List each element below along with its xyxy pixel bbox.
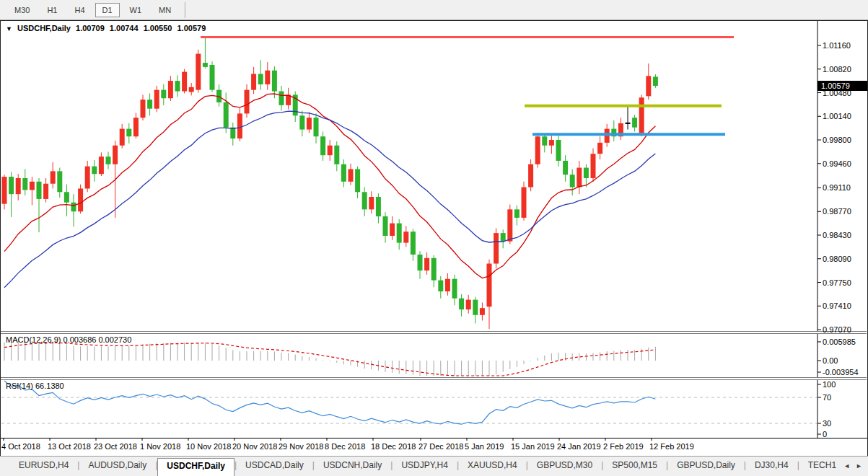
rsi-tick-label: 30: [823, 419, 831, 428]
tab-audusd-daily[interactable]: AUDUSD,Daily: [79, 457, 155, 476]
chart-canvas[interactable]: [0, 0, 868, 476]
candle-body: [452, 279, 457, 299]
candle-body: [71, 203, 76, 212]
candle-body: [403, 232, 408, 242]
candle-body: [251, 74, 256, 89]
candle-body: [320, 136, 325, 155]
price-tick-label: 0.98090: [823, 255, 851, 263]
candle-body: [37, 182, 42, 199]
candle-body: [369, 197, 374, 209]
candle-body: [147, 100, 152, 109]
candle-body: [51, 171, 56, 183]
candle-body: [473, 300, 478, 315]
candle-body: [175, 81, 180, 91]
macd-signal-value: 0.002730: [98, 335, 131, 344]
candle-body: [64, 192, 69, 202]
candle-body: [390, 224, 395, 236]
high-value: 1.00744: [110, 24, 139, 32]
candle-body: [542, 136, 547, 146]
price-tick-label: 0.97410: [823, 301, 851, 310]
tab-usdchf-daily[interactable]: USDCHF,Daily: [157, 458, 234, 476]
date-tick-label: 10 Nov 2018: [186, 442, 231, 451]
macd-tick-label: -0.003954: [823, 368, 859, 376]
candle-body: [224, 102, 229, 128]
candle-body: [245, 90, 250, 114]
candle-body: [30, 182, 35, 190]
candle-body: [299, 115, 304, 129]
candle-body: [639, 97, 644, 133]
price-tick-label: 1.01160: [823, 41, 851, 50]
scroll-left-icon[interactable]: ◄: [843, 462, 850, 470]
candle-body: [334, 146, 339, 164]
candle-body: [265, 71, 270, 84]
candle-body: [141, 100, 146, 118]
open-value: 1.00709: [76, 24, 105, 32]
candle-body: [154, 90, 159, 109]
rsi-tick-label: 0: [823, 430, 827, 438]
macd-value: 0.003686: [63, 335, 96, 344]
candle-body: [376, 197, 381, 216]
candle-body: [348, 169, 354, 181]
candle-body: [418, 255, 423, 270]
tab-gbpusd-daily[interactable]: GBPUSD,Daily: [668, 457, 744, 476]
collapse-chart-icon[interactable]: ▼: [6, 25, 12, 32]
tab-usdjpy-h4[interactable]: USDJPY,H4: [393, 457, 456, 476]
date-tick-label: 12 Feb 2019: [649, 442, 694, 451]
candle-body: [189, 87, 194, 92]
chart-tabs-bar: EURUSD,H4|AUDUSD,Daily|USDCHF,Daily|USDC…: [0, 456, 868, 476]
date-tick-label: 1 Nov 2018: [140, 442, 180, 451]
candle-body: [570, 175, 575, 187]
candle-body: [397, 224, 402, 243]
scroll-right-icon[interactable]: ►: [856, 462, 862, 470]
date-tick-label: 18 Dec 2018: [371, 442, 416, 451]
candle-body: [258, 74, 263, 84]
price-tick-label: 0.99110: [823, 183, 851, 192]
rsi-panel-splitter[interactable]: [1, 377, 867, 380]
tab-gbpusd-m30[interactable]: GBPUSD,M30: [528, 457, 601, 476]
price-tick-label: 1.00820: [823, 65, 851, 74]
candle-body: [577, 168, 582, 188]
candle-body: [92, 167, 97, 175]
candle-body: [501, 233, 506, 242]
candle-body: [196, 54, 201, 90]
date-tick-label: 5 Jan 2019: [465, 442, 504, 451]
tab-usdcnh-daily[interactable]: USDCNH,Daily: [315, 457, 390, 476]
candle-body: [9, 177, 14, 194]
candle-body: [424, 258, 429, 270]
rsi-panel-bg: [1, 380, 867, 438]
candle-body: [507, 209, 512, 241]
price-tick-label: 0.97070: [823, 325, 851, 334]
price-tick-label: 0.99460: [823, 159, 851, 168]
tab-dj30-h4[interactable]: DJ30,H4: [746, 457, 797, 476]
candle-body: [161, 90, 166, 99]
tab-eurusd-h4[interactable]: EURUSD,H4: [10, 457, 77, 476]
candle-body: [431, 258, 437, 281]
candle-body: [653, 76, 658, 86]
tab-scroll-arrows: ◄ ►: [836, 457, 868, 475]
price-tick-label: 1.00480: [823, 89, 851, 97]
candle-body: [78, 188, 83, 211]
candle-body: [328, 146, 333, 155]
price-tick-label: 0.97750: [823, 278, 851, 287]
candle-body: [646, 76, 651, 96]
close-value: 1.00579: [177, 24, 206, 32]
candle-body: [16, 178, 21, 194]
candle-body: [210, 65, 215, 90]
tab-usdcad-daily[interactable]: USDCAD,Daily: [237, 457, 312, 476]
tab-sp500-m15[interactable]: SP500,M15: [603, 457, 666, 476]
candle-body: [133, 118, 139, 136]
macd-tick-label: 0.00: [823, 356, 838, 365]
tab-xauusd-h4[interactable]: XAUUSD,H4: [459, 457, 526, 476]
candle-body: [85, 167, 90, 189]
candle-body: [355, 169, 360, 192]
price-tick-label: 0.98430: [823, 231, 851, 239]
candle-body: [556, 140, 561, 161]
candle-body: [341, 164, 346, 182]
candle-body: [480, 308, 485, 315]
macd-panel-splitter[interactable]: [1, 331, 867, 334]
candle-body: [459, 299, 464, 309]
candle-body: [383, 216, 388, 236]
candle-body: [522, 188, 527, 218]
date-tick-label: 27 Dec 2018: [418, 442, 463, 451]
candle-body: [549, 140, 554, 146]
